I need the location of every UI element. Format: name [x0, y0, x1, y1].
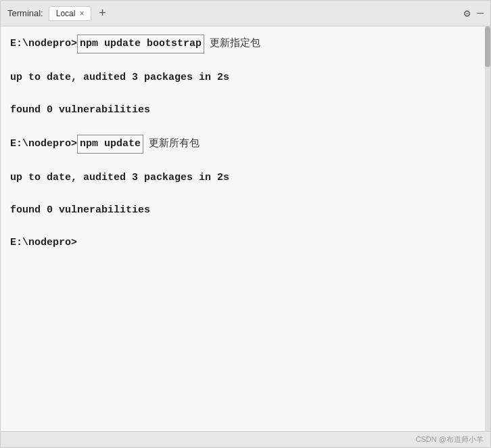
vuln-text-1: vulnerabilities [53, 102, 150, 118]
terminal-body[interactable]: E:\nodepro>npm update bootstrap更新指定包 up … [1, 26, 490, 431]
command-highlight-2: npm update [77, 135, 143, 154]
zero-1: 0 [47, 102, 53, 118]
gear-icon[interactable]: ⚙ [464, 7, 471, 20]
bottom-bar: CSDN @布道师小羊 [1, 431, 490, 447]
output-line-2: up to date, audited 3 packages in 2s [10, 170, 481, 186]
empty-line-1 [10, 53, 481, 70]
empty-line-4 [10, 154, 481, 170]
scrollbar-thumb[interactable] [485, 26, 490, 67]
final-prompt: E:\nodepro> [10, 235, 481, 251]
found-line-2: found 0 vulnerabilities [10, 202, 481, 219]
title-bar-actions: ⚙ — [464, 7, 484, 20]
title-bar: Terminal: Local × + ⚙ — [1, 1, 490, 26]
empty-line-3 [10, 118, 481, 135]
command-line-1: E:\nodepro>npm update bootstrap更新指定包 [10, 35, 481, 53]
zero-2: 0 [47, 202, 53, 219]
minimize-icon[interactable]: — [477, 7, 484, 20]
command-line-2: E:\nodepro>npm update更新所有包 [10, 135, 481, 154]
command-highlight-1: npm update bootstrap [77, 35, 204, 53]
annotation-1: 更新指定包 [210, 35, 260, 51]
found-line-1: found 0 vulnerabilities [10, 102, 481, 118]
annotation-2: 更新所有包 [149, 135, 200, 151]
terminal-window: Terminal: Local × + ⚙ — E:\nodepro>npm u… [0, 0, 491, 448]
output-line-1: up to date, audited 3 packages in 2s [10, 70, 481, 86]
tab-close-icon[interactable]: × [79, 9, 84, 18]
local-tab[interactable]: Local × [49, 6, 92, 21]
tab-add-button[interactable]: + [94, 5, 110, 22]
scrollbar[interactable] [485, 26, 490, 431]
empty-line-2 [10, 86, 481, 102]
vuln-text-2: vulnerabilities [53, 202, 150, 219]
tab-name: Local [56, 9, 76, 18]
terminal-label: Terminal: [7, 8, 43, 18]
prompt-1: E:\nodepro> [10, 36, 77, 52]
prompt-2: E:\nodepro> [10, 136, 77, 152]
empty-line-6 [10, 219, 481, 235]
empty-line-5 [10, 186, 481, 202]
watermark: CSDN @布道师小羊 [416, 434, 484, 445]
found-text-2: found [10, 202, 47, 219]
found-text-1: found [10, 102, 47, 118]
